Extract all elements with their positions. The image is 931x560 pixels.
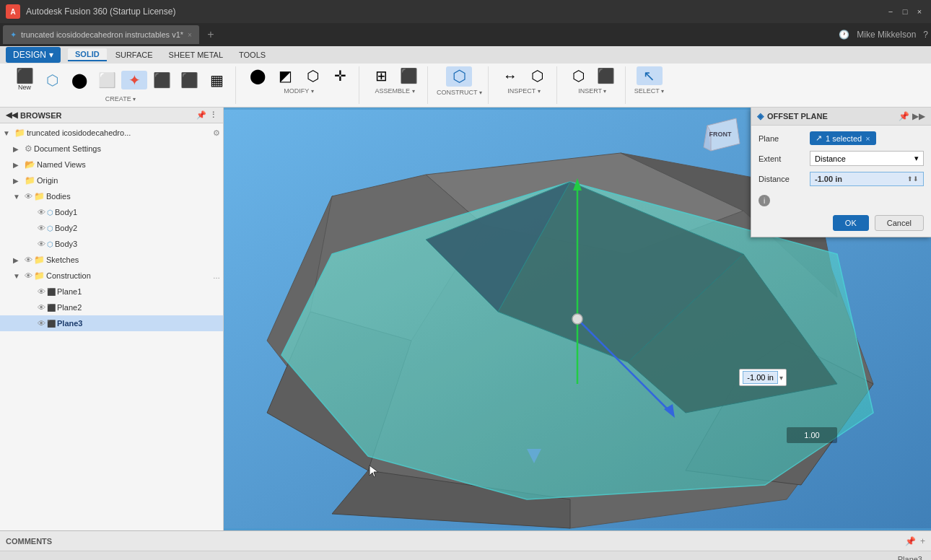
plane3-label: Plane3: [57, 319, 220, 328]
sketches-expand-icon[interactable]: ▶: [13, 256, 23, 264]
panel-pin-icon[interactable]: 📌: [899, 111, 909, 121]
cancel-button[interactable]: Cancel: [875, 215, 924, 231]
body1-label: Body1: [55, 208, 220, 216]
tree-origin[interactable]: ▶ 📁 Origin: [0, 172, 223, 188]
tree-plane3[interactable]: 👁 ⬛ Plane3: [0, 315, 223, 331]
create-pattern-btn[interactable]: ▦: [204, 71, 230, 89]
body3-eye-icon[interactable]: 👁: [38, 240, 45, 248]
cube-navigator[interactable]: FRONT: [700, 115, 743, 158]
plane-selected-badge[interactable]: ↗ 1 selected ×: [810, 131, 876, 145]
insert-decal-btn[interactable]: ⬛: [593, 66, 619, 85]
construction-eye-icon[interactable]: 👁: [25, 271, 32, 280]
modify-move-btn[interactable]: ✛: [327, 66, 353, 85]
collapse-browser-icon[interactable]: ◀◀: [6, 110, 17, 120]
tree-plane1[interactable]: 👁 ⬛ Plane1: [0, 284, 223, 299]
restore-button[interactable]: □: [899, 6, 911, 17]
plane2-eye-icon[interactable]: 👁: [38, 303, 45, 312]
body2-eye-icon[interactable]: 👁: [38, 224, 45, 232]
document-tab[interactable]: ✦ truncated icosidodecahedron instructab…: [3, 25, 199, 44]
construct-offset-plane-btn[interactable]: ⬡: [446, 66, 472, 87]
extent-dropdown[interactable]: Distance ▾: [810, 151, 924, 166]
modify-fillet-btn[interactable]: ⬤: [245, 66, 271, 85]
tree-bodies[interactable]: ▼ 👁 📁 Bodies: [0, 188, 223, 204]
tree-body3[interactable]: 👁 ⬡ Body3: [0, 236, 223, 252]
svg-text:FRONT: FRONT: [709, 131, 732, 138]
create-sweep-btn[interactable]: ⬛: [149, 71, 175, 89]
tab-solid[interactable]: SOLID: [68, 48, 107, 61]
browser-pin-icon[interactable]: 📌: [196, 110, 206, 120]
plane-clear-icon[interactable]: ×: [865, 134, 870, 143]
create-mirror-btn[interactable]: ⬛: [176, 71, 202, 89]
distance-input-spinner-icon[interactable]: ⬆⬇: [907, 175, 919, 183]
insert-canvas-btn[interactable]: ⬡: [566, 66, 592, 85]
help-icon[interactable]: ?: [923, 30, 928, 40]
close-button[interactable]: ×: [914, 6, 925, 17]
create-loft-btn[interactable]: ⬜: [94, 71, 120, 89]
plane1-eye-icon[interactable]: 👁: [38, 287, 45, 296]
ribbon-group-modify: ⬤ ◩ ⬡ ✛ MODIFY ▾: [239, 66, 359, 104]
history-icon[interactable]: 🕐: [839, 30, 849, 40]
create-box-btn[interactable]: ⬡: [39, 71, 65, 89]
named-views-label: Named Views: [37, 160, 220, 169]
tab-sheet-metal[interactable]: SHEET METAL: [162, 49, 230, 61]
browser-panel: ◀◀ BROWSER 📌 ⋮ ▼ 📁 truncated icosidodeca…: [0, 108, 224, 530]
doc-settings-expand-icon[interactable]: ▶: [13, 145, 23, 153]
viewport[interactable]: 1.00 -1.00 in ▾ FRONT: [224, 108, 931, 530]
inspect-tools: ↔ ⬡: [497, 66, 551, 85]
comments-expand-icon[interactable]: +: [920, 536, 925, 546]
minimize-button[interactable]: −: [885, 6, 896, 17]
design-dropdown[interactable]: DESIGN ▾: [6, 47, 61, 63]
create-revolve-btn[interactable]: ✦: [121, 71, 147, 89]
origin-label: Origin: [37, 176, 220, 185]
browser-header-icons: 📌 ⋮: [196, 110, 217, 120]
create-extrude-btn[interactable]: ⬛ New: [12, 66, 38, 93]
tree-body1[interactable]: 👁 ⬡ Body1: [0, 204, 223, 220]
tree-sketches[interactable]: ▶ 👁 📁 Sketches: [0, 252, 223, 268]
plane3-eye-icon[interactable]: 👁: [38, 319, 45, 328]
browser-title: ◀◀ BROWSER: [6, 110, 61, 120]
distance-input[interactable]: -1.00 in ⬆⬇: [810, 172, 924, 186]
browser-expand-icon[interactable]: ⋮: [209, 110, 217, 120]
tab-tools[interactable]: TOOLS: [232, 49, 273, 61]
named-views-folder-icon: 📂: [25, 159, 35, 170]
create-tools: ⬛ New ⬡ ⬤ ⬜ ✦ ⬛ ⬛: [12, 66, 230, 93]
distance-input-arrow-icon[interactable]: ▾: [779, 374, 783, 382]
bodies-expand-icon[interactable]: ▼: [13, 193, 23, 201]
distance-field-value: -1.00 in ⬆⬇: [810, 172, 924, 186]
bodies-eye-icon[interactable]: 👁: [25, 192, 32, 201]
tree-named-views[interactable]: ▶ 📂 Named Views: [0, 157, 223, 172]
assemble-ground-btn[interactable]: ⬛: [395, 66, 421, 85]
viewport-distance-input[interactable]: -1.00 in ▾: [739, 369, 787, 386]
body1-eye-icon[interactable]: 👁: [38, 208, 45, 216]
tab-close-icon[interactable]: ×: [188, 31, 192, 39]
sketches-eye-icon[interactable]: 👁: [25, 255, 32, 264]
create-cylinder-btn[interactable]: ⬤: [66, 71, 92, 89]
tree-doc-settings[interactable]: ▶ ⚙ Document Settings: [0, 141, 223, 157]
modify-shell-btn[interactable]: ⬡: [300, 66, 325, 85]
comments-pin-icon[interactable]: 📌: [905, 536, 916, 546]
tree-body2[interactable]: 👁 ⬡ Body2: [0, 220, 223, 236]
inspect-analysis-btn[interactable]: ⬡: [525, 66, 551, 85]
offset-plane-icon: ◈: [757, 111, 764, 121]
inspect-label: INSPECT ▾: [507, 87, 540, 95]
modify-chamfer-btn[interactable]: ◩: [272, 66, 298, 85]
root-expand-icon[interactable]: ▼: [3, 129, 13, 137]
assemble-joint-btn[interactable]: ⊞: [368, 66, 394, 85]
construct-tools: ⬡: [446, 66, 472, 87]
origin-expand-icon[interactable]: ▶: [13, 177, 23, 185]
tree-plane2[interactable]: 👁 ⬛ Plane2: [0, 299, 223, 315]
tabbar: ✦ truncated icosidodecahedron instructab…: [0, 23, 931, 46]
tree-root[interactable]: ▼ 📁 truncated icosidodecahedro... ⚙: [0, 125, 223, 141]
panel-expand-icon[interactable]: ▶▶: [912, 111, 925, 121]
named-views-expand-icon[interactable]: ▶: [13, 161, 23, 169]
new-tab-button[interactable]: +: [202, 26, 219, 43]
root-settings-icon[interactable]: ⚙: [213, 128, 220, 138]
construction-expand-icon[interactable]: ▼: [13, 272, 23, 280]
tab-surface[interactable]: SURFACE: [108, 49, 160, 61]
inspect-measure-btn[interactable]: ↔: [497, 66, 523, 85]
tree-construction[interactable]: ▼ 👁 📁 Construction …: [0, 268, 223, 284]
select-tools: ↖: [637, 66, 663, 85]
ok-button[interactable]: OK: [833, 215, 869, 231]
doc-settings-icon: ⚙: [25, 144, 32, 154]
select-cursor-btn[interactable]: ↖: [637, 66, 663, 85]
